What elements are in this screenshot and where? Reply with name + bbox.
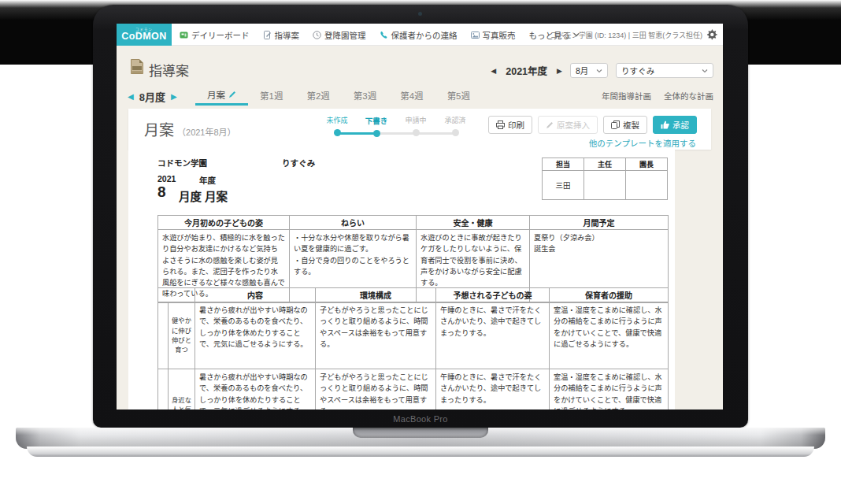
thumbs-up-icon xyxy=(661,120,669,129)
plan-title: 月案（2021年8月） xyxy=(144,118,236,139)
plan-toolbar: 月案（2021年8月） 未作成 下書き 申請中 xyxy=(128,109,711,150)
section-label xyxy=(158,302,169,369)
year-label: 2021年度 xyxy=(506,63,547,78)
app-screen: コドモン CoDMON デイリーボード 指導案 登降園管理 保 xyxy=(117,24,723,410)
toolbar-buttons: 印刷 原案挿入 複製 承認 xyxy=(488,116,697,134)
top-navbar: コドモン CoDMON デイリーボード 指導案 登降園管理 保 xyxy=(117,24,723,46)
laptop-notch xyxy=(353,428,488,438)
class-select[interactable]: りすぐみ xyxy=(616,63,713,78)
logo-subtext: コドモン xyxy=(135,28,153,32)
step-not-created: 未作成 xyxy=(317,113,357,137)
approval-cell xyxy=(584,171,626,200)
photo-icon xyxy=(471,31,480,39)
monthly-detail-table: 内容 環境構成 予想される子どもの姿 保育者の援助 健やかに伸び伸びと育つ 暑さ… xyxy=(157,287,669,410)
doc-month: 8 xyxy=(157,183,166,201)
camera-icon xyxy=(418,12,422,16)
pencil-icon xyxy=(228,91,236,98)
laptop-underside xyxy=(27,447,814,457)
cell-support: 室温・湿度をこまめに確認し、水分の補給をこまめに行うように声をかけていくことで、… xyxy=(550,302,669,369)
doc-title-suffix: 月度 月案 xyxy=(179,187,228,204)
plan-document: コドモン学園 りすぐみ 2021 年度 8 月度 月案 担当 主任 園長 三田 xyxy=(128,150,675,410)
nav-item-plan[interactable]: 指導案 xyxy=(263,29,300,41)
nav-menu: デイリーボード 指導案 登降園管理 保護者からの連絡 写真販売 xyxy=(180,24,580,46)
phone-icon xyxy=(380,31,388,39)
clock-icon xyxy=(313,31,321,39)
table-row: 養護・ 身近な人と気 暑さから疲れが出やすい時期なので、栄養のあるものを食べたり… xyxy=(158,369,669,410)
gear-icon[interactable] xyxy=(706,29,717,40)
page-title: 指導案 xyxy=(149,60,189,80)
period-prev-icon[interactable]: ◀ xyxy=(128,92,134,101)
board-icon xyxy=(180,31,188,39)
month-select[interactable]: 8月 xyxy=(570,63,608,78)
doc-year: 2021 xyxy=(157,174,176,183)
chevron-down-icon xyxy=(702,69,708,73)
step-draft: 下書き xyxy=(357,113,396,137)
status-stepper: 未作成 下書き 申請中 承認済 xyxy=(317,113,475,144)
step-dot xyxy=(413,129,420,136)
tab-week4[interactable]: 第4週 xyxy=(388,85,435,106)
approval-cell xyxy=(626,171,668,200)
doc-year-suffix: 年度 xyxy=(199,174,216,186)
plan-links: 年間指導計画 全体的な計画 xyxy=(602,90,713,102)
nav-item-contact[interactable]: 保護者からの連絡 xyxy=(380,29,458,41)
duplicate-button[interactable]: 複製 xyxy=(603,116,647,134)
school-name: コドモン学園 xyxy=(157,157,207,169)
period-next-icon[interactable]: ▶ xyxy=(171,92,177,101)
step-approved: 承認済 xyxy=(435,113,475,137)
table-header-row: 今月初めの子どもの姿 ねらい 安全・健康 月間予定 xyxy=(158,216,669,230)
printer-icon xyxy=(496,120,505,129)
year-next-icon[interactable]: ▶ xyxy=(557,67,562,75)
apply-template-link[interactable]: 他のテンプレートを適用する xyxy=(589,137,696,149)
table-row: 健やかに伸び伸びと育つ 暑さから疲れが出やすい時期なので、栄養のあるものを食べた… xyxy=(158,302,669,369)
class-name: りすぐみ xyxy=(282,157,315,169)
cell-content: 暑さから疲れが出やすい時期なので、栄養のあるものを食べたり、しっかり体を休めたり… xyxy=(195,369,316,410)
cell-support: 室温・湿度をこまめに確認し、水分の補給をこまめに行うように声をかけていくことで、… xyxy=(550,369,669,410)
plan-document-icon xyxy=(131,59,143,74)
cell-environment: 子どもがやろうと思ったことにじっくりと取り組めるように、時間やスペースは余裕をも… xyxy=(316,369,436,410)
approval-cell: 三田 xyxy=(543,171,584,200)
step-submitted: 申請中 xyxy=(396,113,435,137)
macbook-label: MacBook Pro xyxy=(93,414,748,424)
approval-table: 担当 主任 園長 三田 xyxy=(542,158,668,200)
group-label: 健やかに伸び伸びと育つ xyxy=(169,302,195,369)
tab-monthly-plan[interactable]: 月案 xyxy=(195,85,248,106)
cell-expected: 午睡のときに、暑さで汗をたくさんかいたり、途中で起きてしまったりする。 xyxy=(436,302,550,369)
pencil-icon xyxy=(546,121,554,129)
approval-header: 主任 xyxy=(584,158,626,171)
period-label: 8月度 xyxy=(139,89,165,104)
tab-week3[interactable]: 第3週 xyxy=(342,85,388,106)
print-button[interactable]: 印刷 xyxy=(488,116,532,134)
cell-environment: 子どもがやろうと思ったことにじっくりと取り組めるように、時間やスペースは余裕をも… xyxy=(316,302,436,369)
chevron-down-icon xyxy=(596,69,602,73)
draft-insert-button[interactable]: 原案挿入 xyxy=(538,116,598,134)
nav-item-photos[interactable]: 写真販売 xyxy=(471,29,516,41)
codmon-logo[interactable]: コドモン CoDMON xyxy=(117,24,172,46)
logo-text: CoDMON xyxy=(121,32,166,42)
group-label: 身近な人と気 xyxy=(169,369,195,410)
period-nav: ◀ 8月度 ▶ xyxy=(128,89,177,104)
step-dot xyxy=(334,129,341,136)
table-header-row: 内容 環境構成 予想される子どもの姿 保育者の援助 xyxy=(158,288,669,302)
cell-expected: 午睡のときに、暑さで汗をたくさんかいたり、途中で起きてしまったりする。 xyxy=(436,369,550,410)
nav-item-attendance[interactable]: 登降園管理 xyxy=(313,29,366,41)
approval-header: 担当 xyxy=(543,158,584,171)
week-tabs: 月案 第1週 第2週 第3週 第4週 第5週 xyxy=(195,85,482,106)
overall-plan-link[interactable]: 全体的な計画 xyxy=(664,90,713,102)
cell-content: 暑さから疲れが出やすい時期なので、栄養のあるものを食べたり、しっかり体を休めたり… xyxy=(195,302,316,369)
year-prev-icon[interactable]: ◀ xyxy=(491,67,496,75)
plan-subtitle: （2021年8月） xyxy=(177,128,236,137)
copy-icon xyxy=(611,120,620,129)
tab-week5[interactable]: 第5週 xyxy=(435,85,482,106)
annual-plan-link[interactable]: 年間指導計画 xyxy=(602,90,651,102)
account-info: コドモン学園 (ID: 1234) | 三田 智恵(クラス担任) xyxy=(550,24,702,46)
step-dot xyxy=(452,129,459,136)
header-controls: ◀ 2021年度 ▶ 8月 りすぐみ xyxy=(491,63,713,78)
approve-button[interactable]: 承認 xyxy=(653,116,697,134)
tab-week1[interactable]: 第1週 xyxy=(248,85,295,106)
nav-item-dailyboard[interactable]: デイリーボード xyxy=(180,29,250,41)
approval-header: 園長 xyxy=(626,158,668,171)
tab-week2[interactable]: 第2週 xyxy=(295,85,341,106)
section-label: 養護・ xyxy=(158,369,169,410)
macbook-mockup: MacBook Pro コドモン CoDMON デイリーボード 指導案 xyxy=(0,0,841,504)
step-dot xyxy=(373,130,380,137)
